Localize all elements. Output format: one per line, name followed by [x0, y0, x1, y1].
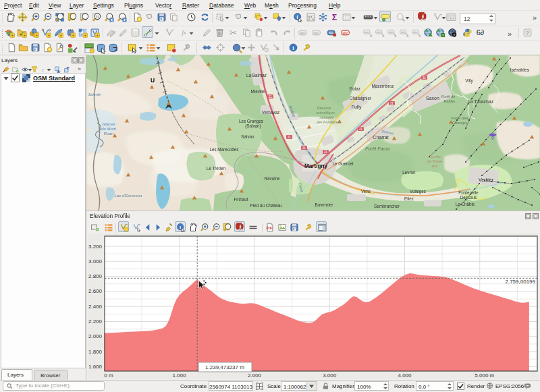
svg-text:abc: abc [342, 31, 348, 35]
svg-text:Forêt Fama: Forêt Fama [365, 146, 389, 151]
svg-text:1.600: 1.600 [88, 364, 103, 370]
svg-text:Verbier: Verbier [479, 177, 494, 182]
svg-text:3.200: 3.200 [88, 244, 103, 250]
svg-text:Miéville: Miéville [251, 89, 265, 94]
svg-text:?: ? [526, 30, 529, 36]
svg-text:abc: abc [401, 30, 406, 34]
svg-text:Le Châble: Le Châble [456, 202, 475, 206]
svg-text:Combe: Combe [429, 155, 441, 159]
svg-text:Isérables: Isérables [510, 67, 530, 72]
svg-text:21: 21 [359, 128, 363, 131]
svg-text:des Follatères: des Follatères [317, 120, 340, 124]
svg-text:Eulaz: Eulaz [350, 86, 360, 91]
svg-text:Bovernier: Bovernier [315, 202, 333, 207]
svg-text:21: 21 [423, 76, 427, 80]
svg-text:La Tzoumaz: La Tzoumaz [468, 99, 494, 104]
svg-text:21: 21 [324, 150, 328, 154]
svg-text:2.759,00199: 2.759,00199 [506, 279, 536, 285]
svg-text:+: + [72, 32, 74, 37]
svg-text:Glacier: Glacier [102, 122, 115, 126]
svg-text:Charrat: Charrat [373, 135, 388, 140]
svg-text:1.800: 1.800 [88, 349, 103, 355]
svg-text:Levron: Levron [402, 170, 416, 175]
svg-text:21: 21 [269, 95, 273, 99]
svg-text:La Balmaz: La Balmaz [246, 73, 267, 78]
svg-text:Forêt de: Forêt de [441, 94, 455, 99]
svg-text:Le Trétien: Le Trétien [207, 166, 226, 171]
svg-text:Les Marécottes: Les Marécottes [209, 147, 238, 152]
svg-text:Lac d'Emosson: Lac d'Emosson [115, 194, 142, 198]
svg-text:1.000: 1.000 [173, 372, 187, 379]
svg-text:Riddes: Riddes [443, 99, 455, 103]
svg-text:Pied du Château: Pied du Château [250, 203, 282, 208]
svg-text:0 m: 0 m [104, 372, 113, 379]
svg-text:Réserve: Réserve [317, 106, 331, 110]
svg-text:6∂: 6∂ [477, 28, 484, 36]
svg-text:Fontenelle: Fontenelle [458, 190, 479, 195]
svg-text:(Salvan): (Salvan) [245, 123, 261, 129]
svg-text:+: + [23, 32, 26, 37]
svg-text:Etiez: Etiez [404, 196, 414, 201]
svg-text:Mazembroz: Mazembroz [372, 84, 394, 88]
svg-text:Villy: Villy [465, 78, 473, 84]
svg-text:Ruan: Ruan [104, 132, 114, 136]
svg-text:2.200: 2.200 [88, 318, 103, 325]
svg-text:21: 21 [302, 146, 306, 150]
svg-text:1.239,473237 m: 1.239,473237 m [205, 364, 244, 370]
svg-text:Ravoine: Ravoine [264, 176, 280, 181]
svg-text:Salanfe: Salanfe [88, 92, 101, 96]
svg-text:21: 21 [288, 136, 292, 139]
svg-text:i: i [297, 14, 298, 20]
svg-text:Vens: Vens [361, 189, 371, 194]
svg-text:3.000: 3.000 [88, 258, 103, 264]
svg-text:Fully: Fully [352, 105, 362, 110]
svg-text:✂: ✂ [230, 28, 237, 38]
svg-text:naturelle: naturelle [319, 115, 333, 119]
svg-text:5.000 m: 5.000 m [475, 372, 494, 379]
svg-text:4.000: 4.000 [398, 372, 412, 379]
svg-text:fx: fx [182, 30, 186, 36]
svg-text:21: 21 [390, 102, 394, 105]
svg-text:Martigny: Martigny [304, 163, 328, 169]
svg-text:Dessous: Dessous [460, 195, 477, 200]
svg-text:abc: abc [389, 30, 394, 34]
svg-text:Châtaignier: Châtaignier [350, 96, 371, 101]
svg-text:1:1: 1:1 [96, 16, 99, 18]
svg-text:2.000: 2.000 [248, 372, 262, 379]
svg-text:Axx: Axx [431, 164, 437, 168]
svg-text:+: + [59, 32, 62, 37]
svg-text:Forêt des: Forêt des [451, 116, 468, 120]
svg-text:scientifique: scientifique [316, 111, 335, 115]
svg-text:Σ: Σ [332, 13, 338, 22]
svg-text:Salvan: Salvan [241, 134, 254, 139]
svg-text:Champs: Champs [452, 121, 467, 125]
svg-text:Finhaut: Finhaut [234, 197, 248, 202]
svg-text:du Mont: du Mont [101, 127, 116, 131]
svg-text:2.800: 2.800 [88, 273, 103, 279]
svg-text:abc: abc [377, 30, 381, 34]
svg-text:abc: abc [364, 30, 369, 34]
svg-text:2.400: 2.400 [88, 304, 103, 310]
svg-text:2.000: 2.000 [88, 333, 103, 339]
svg-text:Vollèges: Vollèges [410, 189, 426, 194]
svg-text:abc: abc [313, 31, 319, 35]
svg-text:Le Guercet: Le Guercet [332, 161, 353, 166]
svg-text:de Frene: de Frene [427, 159, 442, 163]
svg-text:2.600: 2.600 [88, 288, 103, 294]
svg-text:abc: abc [300, 31, 306, 35]
svg-text:Sembrancher: Sembrancher [374, 204, 400, 208]
svg-text:+: + [47, 32, 50, 37]
svg-text:U: U [151, 77, 155, 84]
svg-text:abc: abc [413, 30, 418, 34]
svg-text:Vernayaz: Vernayaz [262, 110, 279, 115]
svg-text:Saxon: Saxon [426, 96, 439, 101]
svg-text:+: + [35, 32, 38, 37]
svg-text:ε: ε [42, 67, 45, 73]
svg-text:+: + [11, 32, 14, 37]
svg-text:+: + [84, 32, 86, 37]
svg-text:3.000: 3.000 [323, 372, 337, 379]
svg-text:+: + [96, 32, 99, 37]
